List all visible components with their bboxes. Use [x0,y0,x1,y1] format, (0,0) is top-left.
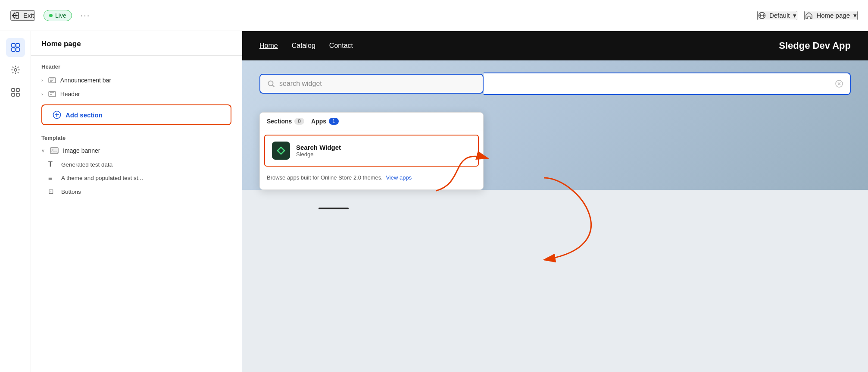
result-name: Search Widget [296,144,341,151]
text-lines-icon: ≡ [48,174,57,182]
result-info: Search Widget Sledge [296,144,341,158]
preview-wrapper: Home Catalog Contact Sledge Dev App [242,31,868,372]
store-nav: Home Catalog Contact [259,42,353,50]
add-section-button[interactable]: Add section [41,104,231,125]
svg-rect-8 [12,88,15,91]
globe-icon [758,12,766,19]
apps-tab[interactable]: Apps 1 [311,118,339,125]
result-item[interactable]: Search Widget Sledge [264,135,479,167]
search-dropdown: Sections 0 Apps 1 [259,112,484,190]
chevron-down-icon: ∨ [41,148,45,154]
buttons-item[interactable]: ⊡ Buttons [31,185,242,199]
text-icon: T [48,161,57,168]
homepage-button[interactable]: Home page ▾ [804,11,858,20]
page-title: Home page [31,31,242,56]
svg-rect-10 [12,93,15,96]
tab-indicator [318,208,349,209]
announcement-bar-label: Announcement bar [60,77,111,84]
result-sub: Sledge [296,151,341,158]
close-circle-icon[interactable] [835,80,843,88]
svg-rect-22 [50,148,58,154]
live-badge: Live [44,10,72,21]
search-icon [267,80,275,88]
left-panel: Home page Header › Announcement bar › He… [31,31,242,372]
announcement-bar-item[interactable]: › Announcement bar [31,73,242,87]
view-apps-link[interactable]: View apps [386,174,412,181]
theme-test-label: A theme and populated test st... [61,175,143,181]
topbar-right: Default ▾ Home page ▾ [757,11,858,20]
header-item-label: Header [60,91,80,98]
nav-contact[interactable]: Contact [329,42,353,50]
image-banner-label: Image banner [63,147,100,154]
icon-sidebar [0,31,31,372]
live-dot [49,14,53,17]
exit-icon [11,11,20,20]
sections-tab[interactable]: Sections 0 [267,118,304,125]
search-right-box [484,73,851,95]
sidebar-sections-icon[interactable] [6,38,25,57]
header-tree-item[interactable]: › Header [31,87,242,101]
svg-line-25 [273,85,275,87]
image-banner-item[interactable]: ∨ Image banner [31,144,242,158]
store-header: Home Catalog Contact Sledge Dev App [242,31,868,60]
exit-button[interactable]: Exit [10,10,35,21]
generated-test-label: Generated test data [61,161,112,168]
default-button[interactable]: Default ▾ [757,11,798,20]
chevron-right-icon-2: › [41,91,43,97]
svg-rect-11 [16,93,19,96]
main-layout: Home page Header › Announcement bar › He… [0,31,868,372]
buttons-icon: ⊡ [48,188,57,195]
svg-rect-16 [49,91,56,97]
announcement-bar-icon [48,77,56,83]
svg-rect-9 [16,88,19,91]
browse-text: Browse apps built for Online Store 2.0 t… [267,174,383,181]
chevron-right-icon: › [41,78,43,83]
result-app-icon [272,142,290,160]
search-input-box[interactable]: search widget [259,74,484,94]
nav-catalog[interactable]: Catalog [292,42,315,50]
svg-rect-3 [12,44,15,47]
search-text: search widget [279,80,322,88]
more-button[interactable]: ··· [81,10,91,20]
topbar: Exit Live ··· Default ▾ Home page ▾ [0,0,868,31]
sidebar-settings-icon[interactable] [6,60,25,79]
search-tabs: Sections 0 Apps 1 [260,113,483,130]
browse-apps-section: Browse apps built for Online Store 2.0 t… [260,169,483,189]
header-section-label: Header [31,56,242,73]
header-item-icon [48,91,56,97]
buttons-label: Buttons [61,189,81,195]
add-section-label: Add section [66,111,103,119]
generated-test-item[interactable]: T Generated test data [31,158,242,171]
theme-test-item[interactable]: ≡ A theme and populated test st... [31,171,242,185]
apps-count-badge: 1 [329,118,339,125]
image-banner-icon [50,147,59,154]
sidebar-apps-icon[interactable] [6,83,25,102]
sections-count-badge: 0 [294,118,304,125]
template-label: Template [31,129,242,144]
svg-rect-6 [16,48,19,51]
svg-point-7 [14,69,17,71]
plus-circle-icon [53,110,61,119]
svg-rect-5 [12,48,15,51]
preview-area: Home Catalog Contact Sledge Dev App [242,31,868,372]
store-brand: Sledge Dev App [779,40,851,51]
home-icon [805,12,813,19]
svg-rect-4 [16,44,19,47]
nav-home[interactable]: Home [259,42,278,50]
topbar-left: Exit Live ··· [10,10,749,21]
